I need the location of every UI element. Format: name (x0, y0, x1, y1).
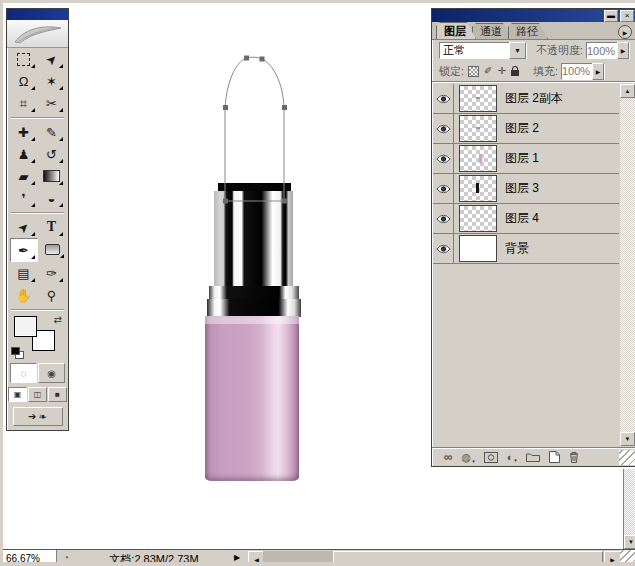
trash-icon (569, 451, 579, 463)
visibility-toggle[interactable] (433, 204, 454, 233)
brush-tool[interactable]: ✎ (39, 121, 65, 143)
eyedropper-tool[interactable]: ✑ (39, 262, 65, 284)
layer-thumbnail[interactable] (459, 205, 497, 232)
move-tool[interactable]: ➤ (39, 48, 65, 70)
layers-panel-titlebar[interactable]: ▬ × (432, 9, 635, 22)
swap-colors-icon[interactable]: ⇄ (54, 314, 62, 325)
foreground-color-swatch[interactable] (14, 316, 37, 337)
slice-tool[interactable]: ✂ (39, 92, 65, 114)
layer-row[interactable]: 背景 (433, 234, 619, 264)
panel-resize-grip[interactable] (619, 450, 635, 465)
healing-brush-tool[interactable]: ✚ (11, 121, 37, 143)
standard-screen-button[interactable]: ▣ (8, 387, 27, 402)
new-layer-set-button[interactable] (526, 452, 540, 462)
add-layer-style-button[interactable]: ◍▾ (462, 451, 475, 464)
visibility-toggle[interactable] (433, 174, 454, 203)
scroll-down-button[interactable]: ▼ (620, 432, 635, 446)
pen-path-overlay[interactable] (217, 49, 297, 205)
layer-name[interactable]: 图层 2 (505, 120, 539, 137)
visibility-toggle[interactable] (433, 114, 454, 143)
panel-menu-button[interactable]: ▶ (618, 25, 632, 39)
eye-icon (436, 124, 451, 134)
notes-tool[interactable]: ▤ (11, 262, 37, 284)
fill-spinner-button[interactable]: ▶ (592, 63, 604, 80)
gradient-tool[interactable] (39, 165, 65, 187)
layer-name[interactable]: 图层 3 (505, 180, 539, 197)
blend-mode-select[interactable]: 正常 ▼ (439, 42, 527, 59)
pen-tool[interactable]: ✒ (10, 238, 38, 262)
new-layer-button[interactable] (549, 451, 560, 463)
layer-row[interactable]: 图层 2副本 (433, 84, 619, 114)
toolbox-titlebar[interactable] (7, 9, 68, 20)
crop-tool[interactable]: ⌗ (11, 92, 37, 114)
layer-thumbnail[interactable] (459, 85, 497, 112)
minimize-button[interactable]: ▬ (604, 10, 618, 22)
lock-paint-icon[interactable]: ✐ (484, 66, 492, 76)
layer-row[interactable]: 图层 1 (433, 144, 619, 174)
scroll-up-button[interactable]: ▲ (620, 84, 635, 98)
quickmask-mode-button[interactable]: ◉ (38, 363, 65, 383)
layer-thumbnail[interactable] (459, 175, 497, 202)
fullscreen-icon: ■ (55, 390, 60, 399)
v-scrollbar-track[interactable] (624, 469, 635, 535)
close-icon: × (625, 12, 630, 20)
hand-tool[interactable]: ✋ (11, 284, 37, 306)
path-selection-tool[interactable]: ➤ (11, 216, 37, 238)
layer-row[interactable]: 图层 4 (433, 204, 619, 234)
layer-thumbnail[interactable] (459, 235, 497, 262)
layer-thumbnail[interactable] (459, 145, 497, 172)
layer-name[interactable]: 图层 2副本 (505, 90, 563, 107)
layer-thumbnail[interactable] (459, 115, 497, 142)
visibility-toggle[interactable] (433, 234, 454, 263)
type-tool[interactable]: T (39, 216, 65, 238)
layer-name[interactable]: 背景 (505, 240, 529, 257)
panel-menu-icon: ▶ (623, 29, 628, 36)
link-icon[interactable]: ∞ (444, 450, 453, 464)
layer-name[interactable]: 图层 4 (505, 210, 539, 227)
rectangular-marquee-tool[interactable] (11, 48, 37, 70)
blur-icon: ❜ (21, 192, 25, 205)
layer-name[interactable]: 图层 1 (505, 150, 539, 167)
layer-row[interactable]: 图层 3 (433, 174, 619, 204)
default-colors-button[interactable] (11, 347, 24, 358)
down-arrow-icon: ▼ (625, 436, 631, 442)
jump-to-imageready-button[interactable]: ➔ ❧ (13, 407, 63, 426)
eraser-tool[interactable]: ▰ (11, 165, 37, 187)
flyout-arrow-icon: ▾ (472, 458, 475, 464)
fullscreen-menus-button[interactable]: ◫ (28, 387, 47, 402)
crop-icon: ⌗ (20, 97, 27, 110)
opacity-input[interactable]: 100% ▶ (586, 42, 630, 59)
scrollbar-track[interactable] (620, 98, 635, 432)
fill-input[interactable]: 100% ▶ (561, 63, 605, 80)
v-scroll-down-button[interactable]: ▼ (624, 535, 635, 549)
lock-all-icon[interactable] (511, 70, 519, 76)
standard-mode-button[interactable]: ◌ (10, 363, 37, 383)
layer-row[interactable]: 图层 2 (433, 114, 619, 144)
dodge-tool[interactable]: ◒ (39, 187, 65, 209)
lasso-tool[interactable]: Ω (11, 70, 37, 92)
lock-move-icon[interactable]: ✛ (497, 66, 505, 76)
fullscreen-button[interactable]: ■ (48, 387, 67, 402)
tab-paths[interactable]: 路径 (508, 23, 548, 39)
blend-mode-dropdown-button[interactable]: ▼ (509, 42, 526, 59)
tab-layers[interactable]: 图层 (436, 22, 476, 39)
add-layer-mask-button[interactable] (484, 452, 498, 463)
tab-channels[interactable]: 通道 (472, 23, 512, 39)
visibility-toggle[interactable] (433, 144, 454, 173)
magic-wand-tool[interactable]: ✶ (39, 70, 65, 92)
blur-tool[interactable]: ❜ (11, 187, 37, 209)
toolbox-separator (11, 309, 64, 310)
delete-layer-button[interactable] (569, 451, 579, 463)
opacity-spinner-button[interactable]: ▶ (617, 42, 629, 59)
shape-tool[interactable] (40, 238, 66, 260)
pen-path[interactable] (225, 57, 284, 201)
status-popup-button[interactable]: ▶ (234, 553, 240, 562)
lock-transparency-icon[interactable] (468, 66, 479, 77)
history-brush-tool[interactable]: ↺ (39, 143, 65, 165)
close-button[interactable]: × (620, 10, 634, 22)
clone-stamp-tool[interactable]: ♟ (11, 143, 37, 165)
add-adjustment-layer-button[interactable]: ◐▾ (507, 451, 517, 463)
visibility-toggle[interactable] (433, 84, 454, 113)
zoom-tool[interactable]: ⚲ (39, 284, 65, 306)
photoshop-logo[interactable] (7, 20, 68, 48)
